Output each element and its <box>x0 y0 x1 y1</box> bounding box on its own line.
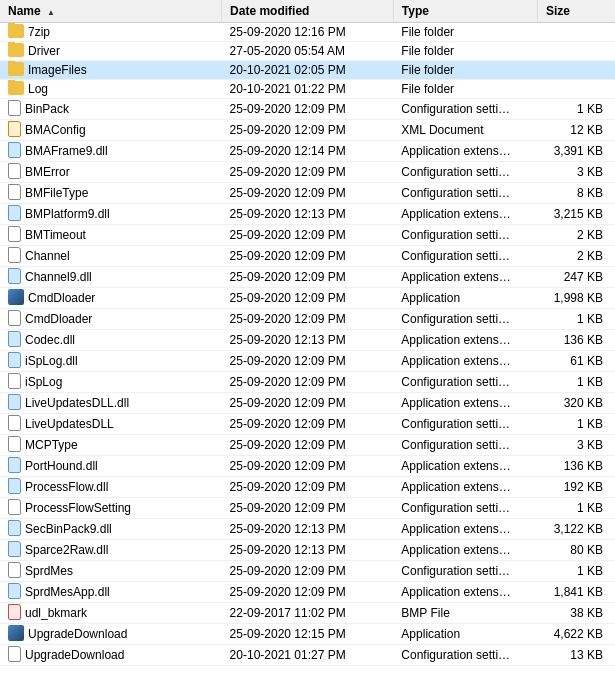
file-date: 25-09-2020 12:09 PM <box>222 498 394 519</box>
file-name: Codec.dll <box>25 333 75 347</box>
table-row[interactable]: SprdMesApp.dll25-09-2020 12:09 PMApplica… <box>0 582 615 603</box>
xml-icon <box>8 121 21 137</box>
file-size: 1 KB <box>537 561 615 582</box>
table-row[interactable]: iSpLog25-09-2020 12:09 PMConfiguration s… <box>0 372 615 393</box>
cfg-icon <box>8 247 21 263</box>
file-name: Channel <box>25 249 70 263</box>
table-row[interactable]: Channel25-09-2020 12:09 PMConfiguration … <box>0 246 615 267</box>
file-date: 27-05-2020 05:54 AM <box>222 42 394 61</box>
dll-icon <box>8 583 21 599</box>
file-date: 25-09-2020 12:13 PM <box>222 540 394 561</box>
table-row[interactable]: BinPack25-09-2020 12:09 PMConfiguration … <box>0 99 615 120</box>
file-date: 25-09-2020 12:09 PM <box>222 435 394 456</box>
dll-icon <box>8 205 21 221</box>
file-type: Application extens… <box>393 351 537 372</box>
file-size: 8 KB <box>537 183 615 204</box>
file-date: 25-09-2020 12:09 PM <box>222 582 394 603</box>
file-type: File folder <box>393 42 537 61</box>
file-type: Configuration setti… <box>393 414 537 435</box>
file-type: Configuration setti… <box>393 99 537 120</box>
bmp-icon <box>8 604 21 620</box>
table-row[interactable]: SprdMes25-09-2020 12:09 PMConfiguration … <box>0 561 615 582</box>
file-name: BMError <box>25 165 70 179</box>
file-type: Application extens… <box>393 582 537 603</box>
dll-icon <box>8 541 21 557</box>
table-row[interactable]: CmdDloader25-09-2020 12:09 PMApplication… <box>0 288 615 309</box>
table-row[interactable]: udl_bkmark22-09-2017 11:02 PMBMP File38 … <box>0 603 615 624</box>
table-row[interactable]: Codec.dll25-09-2020 12:13 PMApplication … <box>0 330 615 351</box>
dll-icon <box>8 520 21 536</box>
file-size <box>537 61 615 80</box>
table-row[interactable]: Sparce2Raw.dll25-09-2020 12:13 PMApplica… <box>0 540 615 561</box>
col-header-date[interactable]: Date modified <box>222 0 394 23</box>
table-row[interactable]: CmdDloader25-09-2020 12:09 PMConfigurati… <box>0 309 615 330</box>
table-row[interactable]: ProcessFlowSetting25-09-2020 12:09 PMCon… <box>0 498 615 519</box>
file-name: LiveUpdatesDLL <box>25 417 114 431</box>
file-date: 25-09-2020 12:14 PM <box>222 141 394 162</box>
file-date: 25-09-2020 12:13 PM <box>222 519 394 540</box>
file-name: ProcessFlowSetting <box>25 501 131 515</box>
table-row[interactable]: LiveUpdatesDLL.dll25-09-2020 12:09 PMApp… <box>0 393 615 414</box>
table-row[interactable]: ImageFiles20-10-2021 02:05 PMFile folder <box>0 61 615 80</box>
file-date: 25-09-2020 12:09 PM <box>222 414 394 435</box>
file-type: Application <box>393 288 537 309</box>
file-date: 25-09-2020 12:13 PM <box>222 204 394 225</box>
folder-icon <box>8 81 24 95</box>
file-size: 3 KB <box>537 162 615 183</box>
table-row[interactable]: BMError25-09-2020 12:09 PMConfiguration … <box>0 162 615 183</box>
table-row[interactable]: ProcessFlow.dll25-09-2020 12:09 PMApplic… <box>0 477 615 498</box>
table-row[interactable]: BMAConfig25-09-2020 12:09 PMXML Document… <box>0 120 615 141</box>
table-row[interactable]: BMPlatform9.dll25-09-2020 12:13 PMApplic… <box>0 204 615 225</box>
file-type: Application extens… <box>393 204 537 225</box>
file-size: 136 KB <box>537 330 615 351</box>
file-date: 25-09-2020 12:09 PM <box>222 162 394 183</box>
table-row[interactable]: LiveUpdatesDLL25-09-2020 12:09 PMConfigu… <box>0 414 615 435</box>
file-name: ProcessFlow.dll <box>25 480 108 494</box>
table-row[interactable]: Driver27-05-2020 05:54 AMFile folder <box>0 42 615 61</box>
col-header-type[interactable]: Type <box>393 0 537 23</box>
file-name: SprdMesApp.dll <box>25 585 110 599</box>
file-date: 20-10-2021 01:22 PM <box>222 80 394 99</box>
file-size: 3 KB <box>537 435 615 456</box>
file-date: 22-09-2017 11:02 PM <box>222 603 394 624</box>
table-row[interactable]: MCPType25-09-2020 12:09 PMConfiguration … <box>0 435 615 456</box>
table-row[interactable]: UpgradeDownload20-10-2021 01:27 PMConfig… <box>0 645 615 666</box>
file-size: 3,391 KB <box>537 141 615 162</box>
file-list-container[interactable]: Name Date modified Type Size 7zip25-09-2… <box>0 0 615 700</box>
cfg-icon <box>8 415 21 431</box>
file-type: Application extens… <box>393 330 537 351</box>
file-size: 1 KB <box>537 498 615 519</box>
file-size: 1 KB <box>537 99 615 120</box>
file-type: XML Document <box>393 120 537 141</box>
table-row[interactable]: PortHound.dll25-09-2020 12:09 PMApplicat… <box>0 456 615 477</box>
table-row[interactable]: BMAFrame9.dll25-09-2020 12:14 PMApplicat… <box>0 141 615 162</box>
table-row[interactable]: iSpLog.dll25-09-2020 12:09 PMApplication… <box>0 351 615 372</box>
file-date: 25-09-2020 12:09 PM <box>222 288 394 309</box>
table-row[interactable]: BMFileType25-09-2020 12:09 PMConfigurati… <box>0 183 615 204</box>
table-row[interactable]: Log20-10-2021 01:22 PMFile folder <box>0 80 615 99</box>
col-header-size[interactable]: Size <box>537 0 615 23</box>
folder-icon <box>8 62 24 76</box>
folder-icon <box>8 43 24 57</box>
table-row[interactable]: BMTimeout25-09-2020 12:09 PMConfiguratio… <box>0 225 615 246</box>
file-size: 1 KB <box>537 309 615 330</box>
table-row[interactable]: SecBinPack9.dll25-09-2020 12:13 PMApplic… <box>0 519 615 540</box>
file-type: File folder <box>393 80 537 99</box>
file-name: 7zip <box>28 25 50 39</box>
table-row[interactable]: UpgradeDownload25-09-2020 12:15 PMApplic… <box>0 624 615 645</box>
file-type: File folder <box>393 23 537 42</box>
file-name: BMAConfig <box>25 123 86 137</box>
file-size <box>537 42 615 61</box>
file-size: 12 KB <box>537 120 615 141</box>
file-type: Configuration setti… <box>393 645 537 666</box>
table-row[interactable]: 7zip25-09-2020 12:16 PMFile folder <box>0 23 615 42</box>
table-row[interactable]: Channel9.dll25-09-2020 12:09 PMApplicati… <box>0 267 615 288</box>
col-header-name[interactable]: Name <box>0 0 222 23</box>
file-date: 25-09-2020 12:09 PM <box>222 561 394 582</box>
file-size: 247 KB <box>537 267 615 288</box>
file-type: Configuration setti… <box>393 225 537 246</box>
file-date: 25-09-2020 12:09 PM <box>222 309 394 330</box>
file-size: 13 KB <box>537 645 615 666</box>
file-type: Application extens… <box>393 477 537 498</box>
cfg-icon <box>8 163 21 179</box>
